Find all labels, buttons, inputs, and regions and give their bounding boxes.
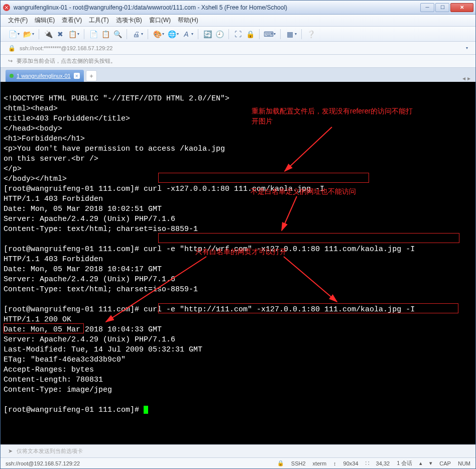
address-bar: 🔒 ssh://root:********@192.168.57.129:22 … — [1, 42, 475, 55]
annotation-2: 不是白名单定义的网址也不能访问 — [251, 186, 356, 196]
toolbar: 📄▾ 📂▾ 🔌 ✖ 📋▾ 📄 📋 🔍 🖨▾ 🎨▾ 🌐▾ A▾ 🔄 🕘 ⛶ 🔒 ⌨… — [1, 27, 475, 42]
menu-tabs[interactable]: 选项卡(B) — [116, 16, 142, 25]
status-cap: CAP — [439, 460, 451, 466]
address-text[interactable]: ssh://root:********@192.168.57.129:22 — [20, 45, 462, 51]
address-dropdown-icon[interactable]: ▾ — [466, 46, 468, 50]
pos-icon: ⸬ — [366, 460, 369, 466]
disconnect-icon[interactable]: ✖ — [56, 30, 65, 39]
status-dot-icon — [10, 74, 14, 78]
paste-icon[interactable]: 📋 — [101, 30, 110, 39]
refresh-icon[interactable]: 🔄 — [203, 30, 212, 39]
status-sessions: 1 会话 — [397, 459, 412, 467]
maximize-button[interactable]: ☐ — [435, 3, 449, 12]
reconnect-icon[interactable]: 🔌 — [44, 30, 53, 39]
help-icon[interactable]: ❔ — [306, 30, 315, 39]
properties-icon[interactable]: 📋 — [68, 30, 77, 39]
terminal[interactable]: <!DOCTYPE HTML PUBLIC "-//IETF//DTD HTML… — [1, 82, 475, 444]
tile-icon[interactable]: ▦ — [285, 30, 294, 39]
svg-line-1 — [285, 127, 332, 171]
lock-small-icon: 🔒 — [8, 45, 16, 52]
highlight-box-2 — [158, 233, 459, 243]
status-size: 90x34 — [343, 460, 359, 466]
size-icon: ↕ — [333, 460, 336, 466]
status-up-icon[interactable]: ▴ — [419, 460, 422, 466]
tip-bar: ↪ 要添加当前会话，点击左侧的箭头按钮。 — [1, 55, 475, 68]
menu-window[interactable]: 窗口(W) — [149, 16, 171, 25]
statusbar: ssh://root@192.168.57.129:22 🔒 SSH2 xter… — [1, 457, 475, 468]
find-icon[interactable]: 🔍 — [113, 30, 122, 39]
send-icon[interactable]: ➤ — [8, 448, 13, 454]
close-button[interactable]: ✕ — [450, 3, 473, 12]
send-bar[interactable]: ➤ 仅将文本发送到当前选项卡 — [1, 444, 475, 457]
print-icon[interactable]: 🖨 — [132, 30, 141, 39]
highlight-box-3 — [158, 303, 458, 313]
open-icon[interactable]: 📂 — [23, 30, 32, 39]
svg-line-4 — [284, 257, 337, 302]
titlebar: wangruifenglinux-01 - root@wangruifeng-0… — [1, 1, 475, 15]
menu-file[interactable]: 文件(F) — [8, 16, 28, 25]
menubar: 文件(F) 编辑(E) 查看(V) 工具(T) 选项卡(B) 窗口(W) 帮助(… — [1, 15, 475, 27]
color-icon[interactable]: 🎨 — [153, 30, 162, 39]
status-term: xterm — [313, 460, 327, 466]
session-tab[interactable]: 1 wangruifenglinux-01 × — [6, 70, 84, 82]
status-num: NUM — [458, 460, 470, 466]
tab-bar: 1 wangruifenglinux-01 × ＋ ◂ ▸ — [1, 68, 475, 82]
status-address: ssh://root@192.168.57.129:22 — [6, 460, 270, 466]
highlight-box-1 — [158, 173, 369, 183]
annotation-1: 重新加载配置文件后，发现没有referer的访问不能打开图片 — [252, 106, 417, 126]
copy-icon[interactable]: 📄 — [89, 30, 98, 39]
tip-text: 要添加当前会话，点击左侧的箭头按钮。 — [17, 57, 116, 65]
window-title: wangruifenglinux-01 - root@wangruifeng-0… — [14, 4, 420, 11]
lock-icon[interactable]: 🔒 — [246, 30, 255, 39]
tab-close-icon[interactable]: × — [74, 73, 80, 79]
cursor — [144, 406, 148, 414]
menu-tools[interactable]: 工具(T) — [89, 16, 108, 25]
annotation-3: 只有白名单的网页才可以打开 — [195, 247, 287, 257]
minimize-button[interactable]: ─ — [420, 3, 434, 12]
highlight-box-4 — [4, 323, 84, 333]
status-down-icon[interactable]: ▾ — [429, 460, 432, 466]
status-pos: 34,32 — [376, 460, 390, 466]
globe-icon[interactable]: 🌐 — [167, 30, 176, 39]
add-tab-button[interactable]: ＋ — [86, 70, 97, 81]
new-session-icon[interactable]: 📄 — [8, 30, 17, 39]
app-icon — [3, 4, 11, 12]
tip-arrow-icon[interactable]: ↪ — [8, 58, 13, 64]
svg-line-2 — [282, 196, 297, 230]
keyboard-icon[interactable]: ⌨ — [264, 30, 273, 39]
menu-help[interactable]: 帮助(H) — [178, 16, 198, 25]
tab-title: 1 wangruifenglinux-01 — [17, 73, 71, 79]
tab-next-icon[interactable]: ▸ — [467, 75, 470, 82]
history-icon[interactable]: 🕘 — [215, 30, 224, 39]
menu-edit[interactable]: 编辑(E) — [35, 16, 55, 25]
menu-view[interactable]: 查看(V) — [62, 16, 82, 25]
status-proto: SSH2 — [291, 460, 306, 466]
font-icon[interactable]: A — [182, 30, 191, 39]
tab-prev-icon[interactable]: ◂ — [462, 75, 465, 82]
fullscreen-icon[interactable]: ⛶ — [233, 30, 243, 39]
send-placeholder: 仅将文本发送到当前选项卡 — [17, 447, 83, 455]
ssh-icon: 🔒 — [277, 460, 284, 466]
